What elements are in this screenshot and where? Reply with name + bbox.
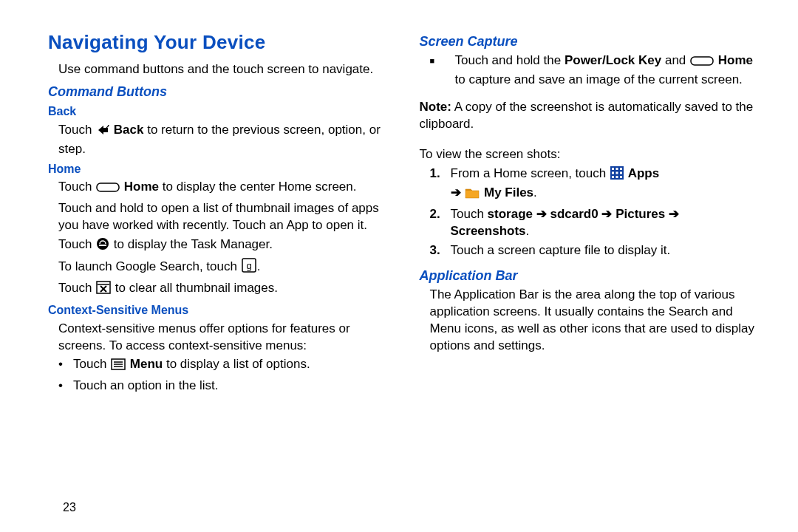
back-heading: Back [48,103,390,120]
back-icon [96,124,109,141]
home-heading: Home [48,161,390,177]
svg-rect-17 [615,168,618,170]
screen-capture-heading: Screen Capture [420,33,762,50]
step-2: 2. Touch storage ➔ sdcard0 ➔ Pictures ➔ … [430,206,762,240]
square-bullet-icon: ■ [430,52,455,89]
svg-rect-22 [612,176,614,178]
apps-grid-icon [610,166,624,185]
svg-rect-1 [97,183,119,191]
home-button-icon [690,55,714,72]
ctx-bullet-1: • Touch Menu to display a list of option… [58,356,390,375]
svg-rect-19 [612,171,614,174]
application-bar-heading: Application Bar [420,267,762,284]
command-buttons-heading: Command Buttons [48,83,390,100]
home-line4: To launch Google Search, touch g. [58,258,390,278]
note-text: Note: A copy of the screenshot is automa… [420,99,762,133]
screen-capture-bullet: ■ Touch and hold the Power/Lock Key and … [430,52,762,89]
home-line3: Touch to display the Task Manager. [58,236,390,256]
svg-rect-18 [620,168,622,170]
page-number: 23 [63,499,76,516]
step-1: 1. From a Home screen, touch Apps ➔ My F… [430,166,762,204]
svg-rect-6 [97,282,110,293]
svg-rect-23 [615,176,618,178]
view-intro: To view the screen shots: [420,146,762,163]
folder-icon [465,187,480,204]
back-text: Touch Back to return to the previous scr… [58,122,390,158]
google-search-icon: g [242,258,256,278]
svg-rect-3 [99,245,106,246]
intro-text: Use command buttons and the touch screen… [58,61,390,78]
svg-text:g: g [246,260,251,271]
svg-rect-20 [615,171,618,174]
home-button-icon [96,181,120,198]
step-3: 3. Touch a screen capture file to displa… [430,242,762,259]
context-menus-text: Context-sensitive menus offer options fo… [58,321,390,355]
right-column: Screen Capture ■ Touch and hold the Powe… [420,30,762,397]
svg-rect-21 [620,171,622,174]
left-column: Navigating Your Device Use command butto… [48,30,390,397]
svg-rect-16 [612,168,614,170]
page-title: Navigating Your Device [48,30,390,55]
svg-marker-0 [98,126,108,134]
ctx-bullet-2: • Touch an option in the list. [58,378,390,395]
home-line5: Touch to clear all thumbnail images. [58,280,390,299]
clear-thumbnails-icon [96,281,111,299]
task-manager-icon [96,237,109,256]
application-bar-text: The Application Bar is the area along th… [430,287,762,355]
svg-rect-14 [691,57,713,65]
context-menus-heading: Context-Sensitive Menus [48,302,390,318]
home-line2: Touch and hold to open a list of thumbna… [58,200,390,234]
svg-point-2 [97,238,109,250]
menu-icon [111,358,126,375]
svg-rect-24 [620,176,622,178]
home-line1: Touch Home to display the center Home sc… [58,179,390,198]
